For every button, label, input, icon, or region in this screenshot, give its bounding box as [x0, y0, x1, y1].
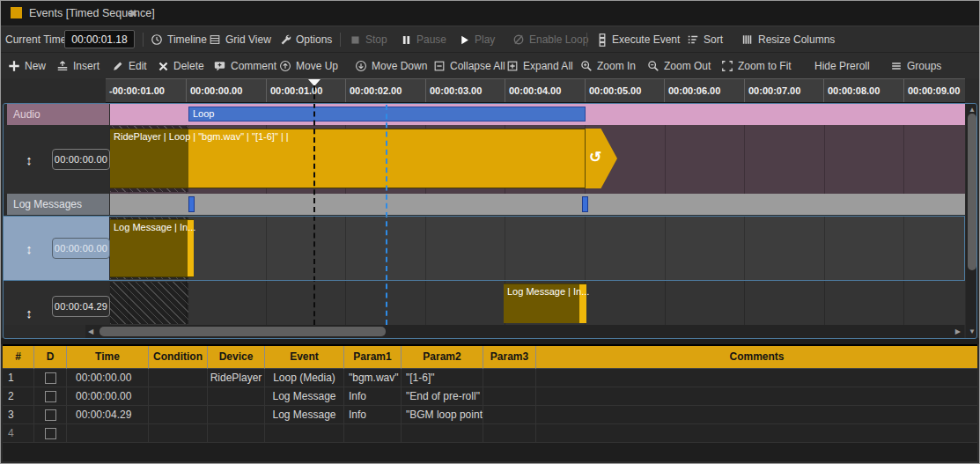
grid-view-button[interactable]: Grid View — [209, 26, 271, 53]
cell-param3[interactable] — [483, 387, 536, 406]
options-button[interactable]: Options — [279, 26, 332, 53]
groups-button[interactable]: Groups — [890, 53, 941, 79]
resize-columns-button[interactable]: Resize Columns — [741, 26, 835, 53]
row-checkbox[interactable] — [45, 391, 56, 402]
pause-button[interactable]: Pause — [401, 26, 446, 53]
cell-event[interactable] — [265, 424, 344, 443]
row-d-cell[interactable] — [34, 406, 67, 424]
zoom-to-fit-button[interactable]: Zoom to Fit — [721, 53, 792, 79]
column-header-param1[interactable]: Param1 — [344, 346, 402, 369]
column-header-comments[interactable]: Comments — [536, 346, 977, 369]
cell-condition[interactable] — [149, 424, 208, 443]
cell-time[interactable] — [67, 424, 149, 443]
cell-comments[interactable] — [536, 387, 977, 406]
sort-button[interactable]: Sort — [687, 26, 723, 53]
current-time-input[interactable] — [64, 30, 135, 48]
pane-splitter[interactable] — [1, 338, 979, 344]
cell-time[interactable]: 00:00:00.00 — [67, 387, 149, 406]
tab-close-icon[interactable]: ✖ — [127, 7, 139, 19]
drag-handle-icon[interactable]: ↕ — [22, 241, 36, 256]
row-number[interactable]: 2 — [3, 387, 34, 406]
cell-param2[interactable]: "BGM loop point" — [402, 406, 483, 424]
cell-param2[interactable] — [402, 424, 483, 443]
column-header-event[interactable]: Event — [265, 346, 344, 369]
row-number[interactable]: 3 — [3, 406, 34, 424]
row-number[interactable]: 1 — [3, 369, 34, 387]
cell-param3[interactable] — [483, 424, 536, 443]
hide-preroll-button[interactable]: Hide Preroll — [814, 53, 870, 79]
row-d-cell[interactable] — [34, 424, 67, 443]
cell-comments[interactable] — [536, 406, 977, 424]
log-message-event-2[interactable]: Log Message | In... — [504, 284, 586, 323]
row-number[interactable]: 4 — [3, 424, 34, 443]
column-header-d[interactable]: D — [34, 346, 67, 369]
cell-device[interactable]: RidePlayer — [208, 369, 265, 387]
row-d-cell[interactable] — [34, 369, 67, 387]
delete-button[interactable]: Delete — [158, 53, 204, 79]
cell-device[interactable] — [208, 387, 265, 406]
cell-comments[interactable] — [536, 369, 977, 387]
cell-condition[interactable] — [149, 387, 208, 406]
insert-button[interactable]: Insert — [56, 53, 99, 79]
cell-device[interactable] — [208, 424, 265, 443]
row-checkbox[interactable] — [45, 409, 56, 421]
row-checkbox[interactable] — [45, 372, 56, 384]
cell-param2[interactable]: "[1-6]" — [402, 369, 483, 387]
cell-condition[interactable] — [149, 369, 208, 387]
collapse-all-button[interactable]: Collapse All — [433, 53, 505, 79]
execute-event-button[interactable]: Execute Event — [597, 26, 680, 53]
cell-event[interactable]: Log Message — [265, 406, 344, 424]
rideplayer-loop-event[interactable]: RidePlayer | Loop | "bgm.wav" | "[1-6]" … — [110, 129, 586, 188]
log-row-2-lane[interactable]: Log Message | In... — [110, 281, 965, 325]
new-button[interactable]: New — [8, 53, 46, 79]
rideplayer-time-field[interactable]: 00:00:00.00 — [52, 149, 110, 170]
move-down-button[interactable]: Move Down — [355, 53, 427, 79]
scroll-left-icon[interactable]: ◀ — [88, 328, 93, 336]
column-header-param2[interactable]: Param2 — [402, 346, 483, 369]
horizontal-scrollbar[interactable]: ◀ ▶ — [85, 325, 964, 338]
log-messages-track-lane[interactable] — [110, 194, 965, 215]
log-event-marker[interactable] — [582, 196, 588, 212]
vertical-scrollbar[interactable]: ▲ ▼ — [966, 104, 978, 338]
log-messages-track-header[interactable]: Log Messages — [7, 194, 109, 215]
cell-param1[interactable] — [344, 424, 402, 443]
cell-param1[interactable]: "bgm.wav" — [344, 369, 402, 387]
cell-condition[interactable] — [149, 406, 208, 424]
play-button[interactable]: Play — [459, 26, 495, 53]
cell-comments[interactable] — [536, 424, 977, 443]
log-message-event-1[interactable]: Log Message | In... — [110, 219, 194, 277]
move-up-button[interactable]: Move Up — [279, 53, 338, 79]
cell-param3[interactable] — [483, 406, 536, 424]
drag-handle-icon[interactable]: ↕ — [22, 152, 36, 167]
horizontal-scrollbar-thumb[interactable] — [99, 327, 386, 336]
loop-event-arrowhead[interactable]: ↺ — [585, 129, 617, 188]
vertical-scrollbar-thumb[interactable] — [968, 114, 976, 270]
audio-track-header[interactable]: Audio — [7, 104, 109, 125]
cell-event[interactable]: Log Message — [265, 387, 344, 406]
cell-event[interactable]: Loop (Media) — [265, 369, 344, 387]
log-row-2-time-field[interactable]: 00:00:04.29 — [52, 296, 110, 317]
timeline-button[interactable]: Timeline — [151, 26, 207, 53]
rideplayer-row-lane[interactable]: RidePlayer | Loop | "bgm.wav" | "[1-6]" … — [110, 125, 965, 194]
column-header-condition[interactable]: Condition — [149, 346, 208, 369]
cell-param2[interactable]: "End of pre-roll" — [402, 387, 483, 406]
timeline-ruler[interactable]: -00:00:01.00 00:00:00.00 00:00:01.00 00:… — [106, 78, 965, 103]
comment-button[interactable]: Comment — [213, 53, 276, 79]
cell-param3[interactable] — [483, 369, 536, 387]
cell-time[interactable]: 00:00:04.29 — [67, 406, 149, 424]
expand-all-button[interactable]: Expand All — [506, 53, 573, 79]
drag-handle-icon[interactable]: ↕ — [22, 306, 36, 320]
enable-loop-button[interactable]: Enable Loop — [512, 26, 588, 53]
column-header-param3[interactable]: Param3 — [483, 346, 536, 369]
edit-button[interactable]: Edit — [112, 53, 147, 79]
cell-time[interactable]: 00:00:00.00 — [67, 369, 149, 387]
zoom-out-button[interactable]: Zoom Out — [647, 53, 711, 79]
cell-device[interactable] — [208, 406, 265, 424]
log-row-1-lane[interactable]: Log Message | In... — [110, 217, 965, 280]
zoom-in-button[interactable]: Zoom In — [580, 53, 636, 79]
stop-button[interactable]: Stop — [350, 26, 387, 53]
scroll-right-icon[interactable]: ▶ — [955, 328, 961, 336]
log-event-marker[interactable] — [188, 196, 195, 212]
column-header-time[interactable]: Time — [67, 346, 149, 369]
audio-track-lane[interactable]: Loop — [110, 104, 965, 125]
